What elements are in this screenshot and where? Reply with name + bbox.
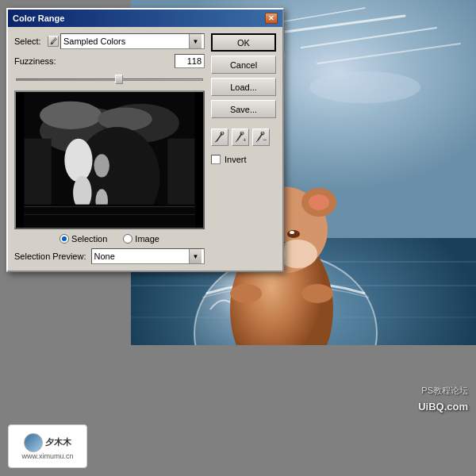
dialog-titlebar: Color Range ✕ [8, 10, 282, 27]
svg-text:−: − [263, 136, 267, 143]
fuzziness-slider[interactable] [14, 73, 205, 86]
arrow-down-icon: ▼ [193, 38, 199, 45]
svg-point-26 [301, 284, 333, 303]
sel-preview-arrow[interactable]: ▼ [189, 249, 202, 263]
eyedroppers-row: + − [211, 129, 276, 146]
watermark-logo [24, 433, 43, 452]
radio-image-label: Image [135, 234, 159, 244]
eyedropper-icon [214, 132, 225, 143]
uibq-badge: UiBQ.com [418, 401, 468, 413]
svg-line-51 [256, 140, 258, 142]
select-value: Sampled Colors [63, 36, 189, 46]
cancel-button[interactable]: Cancel [211, 56, 276, 74]
sel-preview-dropdown[interactable]: None ▼ [91, 248, 205, 264]
save-button[interactable]: Save... [211, 100, 276, 118]
invert-checkbox[interactable] [211, 155, 221, 164]
svg-point-19 [287, 230, 300, 238]
select-arrow[interactable]: ▼ [189, 34, 202, 48]
eyedropper-icon: 🖉 [50, 37, 57, 45]
eyedropper-add-icon: + [235, 132, 246, 143]
sel-preview-label: Selection Preview: [14, 251, 86, 261]
dialog-right-panel: OK Cancel Load... Save... [211, 27, 282, 271]
dialog-main-panel: Select: 🖉 Sampled Colors ▼ Fuzziness: 11… [8, 27, 211, 271]
slider-track [16, 79, 203, 81]
invert-row: Invert [211, 155, 276, 164]
radio-image[interactable]: Image [123, 234, 159, 244]
svg-rect-39 [25, 205, 195, 228]
eyedropper-sample-tool[interactable] [211, 129, 228, 146]
fuzziness-row: Fuzziness: 118 [14, 54, 205, 68]
radio-row: Selection Image [14, 234, 205, 244]
svg-point-25 [230, 284, 262, 303]
svg-line-47 [236, 140, 237, 142]
sel-preview-value: None [94, 251, 190, 261]
dialog-content: Select: 🖉 Sampled Colors ▼ Fuzziness: 11… [8, 27, 282, 271]
radio-selection-circle[interactable] [60, 234, 69, 244]
eyedropper-add-tool[interactable]: + [232, 129, 249, 146]
preview-image [16, 92, 203, 228]
radio-image-circle[interactable] [123, 234, 132, 244]
eyedropper-button[interactable]: 🖉 [48, 36, 59, 47]
fuzziness-value[interactable]: 118 [175, 54, 205, 68]
close-button[interactable]: ✕ [265, 13, 278, 24]
svg-point-21 [290, 231, 294, 234]
dialog-title: Color Range [13, 13, 64, 23]
svg-point-6 [309, 71, 420, 103]
svg-point-17 [309, 194, 329, 210]
slider-thumb[interactable] [115, 75, 123, 84]
invert-label: Invert [225, 155, 247, 164]
radio-selection[interactable]: Selection [60, 234, 107, 244]
radio-selection-label: Selection [71, 234, 107, 244]
select-dropdown[interactable]: Sampled Colors ▼ [60, 33, 205, 49]
eyedropper-subtract-icon: − [255, 132, 267, 143]
select-label: Select: [14, 36, 48, 46]
ok-button[interactable]: OK [211, 33, 276, 52]
watermark-name: 夕木木 [45, 436, 71, 448]
watermark: 夕木木 www.ximumu.cn [8, 424, 87, 468]
svg-text:+: + [243, 136, 246, 143]
eyedropper-subtract-tool[interactable]: − [252, 129, 270, 146]
svg-point-30 [40, 102, 102, 129]
close-icon: ✕ [268, 14, 274, 22]
select-row: Select: 🖉 Sampled Colors ▼ [14, 33, 205, 49]
svg-point-31 [98, 108, 152, 131]
selection-preview-row: Selection Preview: None ▼ [14, 248, 205, 264]
color-range-dialog: Color Range ✕ Select: 🖉 Sampled Colors ▼ [6, 8, 284, 272]
load-button[interactable]: Load... [211, 78, 276, 96]
svg-line-44 [215, 141, 217, 142]
svg-point-33 [64, 139, 92, 182]
svg-point-34 [94, 154, 109, 177]
preview-container [14, 90, 205, 229]
watermark-url: www.ximumu.cn [21, 452, 73, 460]
fuzziness-label: Fuzziness: [14, 56, 175, 66]
ps-badge: PS教程论坛 [421, 385, 468, 397]
